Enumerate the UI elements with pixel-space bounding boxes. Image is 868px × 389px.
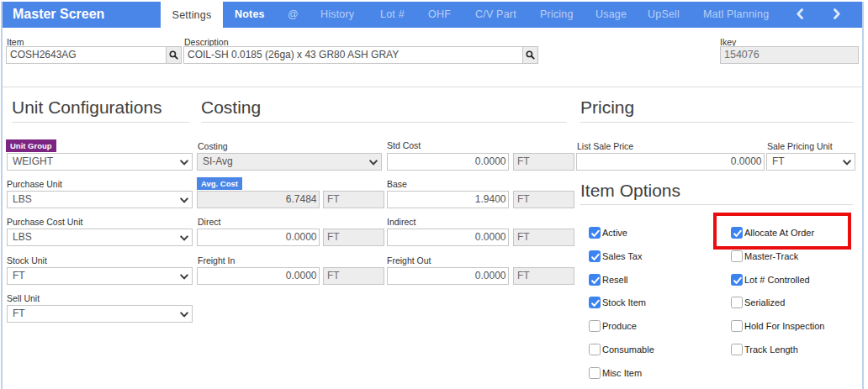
checkbox-allocate-at-order[interactable]: [731, 227, 743, 239]
direct-input[interactable]: 0.0000: [197, 229, 320, 246]
tab-cv-part[interactable]: C/V Part: [475, 2, 516, 28]
tab-ohf[interactable]: OHF: [428, 2, 451, 28]
section-title-item-options: Item Options: [580, 181, 853, 205]
stock-unit-select[interactable]: FT: [7, 267, 193, 285]
checkbox-label-master-track: Master-Track: [744, 251, 798, 261]
base-label: Base: [387, 179, 407, 190]
checkbox-lot-controlled[interactable]: [731, 274, 743, 286]
checkbox-label-produce: Produce: [602, 321, 637, 331]
checkbox-label-stock-item: Stock Item: [602, 297, 646, 308]
checkbox-label-lot-controlled: Lot # Controlled: [744, 275, 810, 285]
checkbox-track-length[interactable]: [731, 344, 743, 355]
checkbox-hold-for-inspection[interactable]: [731, 320, 743, 332]
checkbox-resell[interactable]: [589, 274, 601, 286]
avg-cost-badge: Avg. Cost: [197, 177, 242, 190]
section-title-pricing: Pricing: [580, 97, 853, 123]
freight-in-input[interactable]: 0.0000: [197, 267, 320, 285]
purchase-cost-unit-label: Purchase Cost Unit: [7, 217, 82, 228]
checkbox-row-consumable: Consumable: [589, 344, 654, 355]
chevron-down-icon: [180, 160, 188, 166]
indirect-label: Indirect: [387, 217, 415, 228]
select-value: LBS: [13, 231, 32, 243]
std-cost-unit: FT: [513, 153, 574, 171]
select-value: SI-Avg: [203, 155, 233, 167]
direct-unit: FT: [323, 229, 384, 246]
indirect-unit: FT: [513, 229, 574, 246]
checkbox-label-active: Active: [602, 228, 627, 238]
base-unit: FT: [513, 191, 574, 208]
freight-in-unit: FT: [323, 267, 384, 285]
item-search-button[interactable]: [167, 46, 182, 64]
tab-upsell[interactable]: UpSell: [648, 2, 680, 28]
check-icon: [732, 275, 744, 286]
freight-out-label: Freight Out: [387, 255, 431, 266]
costing-method-label: Costing: [198, 141, 228, 152]
search-icon: [169, 50, 178, 60]
base-input[interactable]: 1.9400: [387, 191, 509, 208]
checkbox-row-active: Active: [589, 227, 627, 239]
tab-history[interactable]: History: [320, 2, 354, 28]
description-search-button[interactable]: [523, 46, 538, 64]
checkbox-produce[interactable]: [589, 320, 601, 332]
tab-notes[interactable]: Notes: [235, 2, 265, 28]
checkbox-serialized[interactable]: [731, 297, 743, 308]
unit-group-select[interactable]: WEIGHT: [7, 153, 193, 171]
chevron-down-icon: [180, 274, 188, 280]
item-input-group: COSH2643AG: [6, 46, 182, 64]
checkbox-label-track-length: Track Length: [744, 344, 798, 355]
purchase-cost-unit-select[interactable]: LBS: [7, 229, 193, 246]
chevron-down-icon: [180, 312, 188, 318]
check-icon: [590, 297, 601, 309]
chevron-down-icon: [180, 235, 188, 241]
tab-at[interactable]: @: [288, 2, 299, 28]
item-input[interactable]: COSH2643AG: [6, 46, 167, 64]
checkbox-row-hold-for-inspection: Hold For Inspection: [731, 320, 824, 332]
checkbox-row-master-track: Master-Track: [731, 250, 798, 262]
checkbox-consumable[interactable]: [589, 344, 601, 355]
tab-usage[interactable]: Usage: [595, 2, 627, 28]
section-title-unit-configurations: Unit Configurations: [12, 97, 189, 123]
checkbox-active[interactable]: [589, 227, 601, 239]
list-sale-price-label: List Sale Price: [577, 141, 633, 152]
checkbox-row-stock-item: Stock Item: [589, 297, 646, 308]
checkbox-stock-item[interactable]: [589, 297, 601, 308]
chevron-left-icon[interactable]: [797, 8, 806, 21]
check-icon: [732, 228, 744, 239]
purchase-unit-select[interactable]: LBS: [7, 191, 193, 208]
avg-cost-unit: FT: [323, 191, 384, 208]
chevron-down-icon: [180, 197, 188, 203]
tab-pricing[interactable]: Pricing: [540, 2, 574, 28]
freight-out-unit: FT: [513, 267, 574, 285]
description-input-group: COIL-SH 0.0185 (26ga) x 43 GR80 ASH GRAY: [183, 46, 538, 64]
checkbox-sales-tax[interactable]: [589, 250, 601, 262]
unit-group-badge: Unit Group: [6, 139, 56, 152]
header-divider: [3, 87, 862, 87]
checkbox-row-track-length: Track Length: [731, 344, 798, 355]
check-icon: [590, 251, 601, 263]
indirect-input[interactable]: 0.0000: [387, 229, 509, 246]
checkbox-master-track[interactable]: [731, 250, 743, 262]
tab-matl-planning[interactable]: Matl Planning: [703, 2, 769, 28]
std-cost-input[interactable]: 0.0000: [387, 153, 509, 171]
description-input[interactable]: COIL-SH 0.0185 (26ga) x 43 GR80 ASH GRAY: [183, 46, 523, 64]
sell-unit-select[interactable]: FT: [7, 305, 193, 323]
sell-unit-label: Sell Unit: [7, 293, 40, 304]
costing-method-select[interactable]: SI-Avg: [197, 153, 382, 171]
checkbox-label-resell: Resell: [602, 275, 628, 285]
panel-right-border: [862, 2, 864, 389]
tab-settings[interactable]: Settings: [161, 2, 223, 30]
sale-pricing-unit-label: Sale Pricing Unit: [767, 141, 833, 152]
tab-lot-number[interactable]: Lot #: [380, 2, 405, 28]
stock-unit-label: Stock Unit: [7, 255, 47, 266]
checkbox-row-serialized: Serialized: [731, 297, 785, 308]
select-value: FT: [772, 155, 785, 167]
checkbox-row-produce: Produce: [589, 320, 637, 332]
select-value: WEIGHT: [13, 155, 53, 167]
list-sale-price-input[interactable]: 0.0000: [576, 153, 765, 171]
freight-out-input[interactable]: 0.0000: [387, 267, 509, 285]
check-icon: [590, 275, 601, 286]
checkbox-misc-item[interactable]: [589, 367, 601, 379]
chevron-right-icon[interactable]: [834, 8, 843, 21]
avg-cost-input: 6.7484: [197, 191, 320, 208]
sale-pricing-unit-select[interactable]: FT: [766, 153, 855, 171]
